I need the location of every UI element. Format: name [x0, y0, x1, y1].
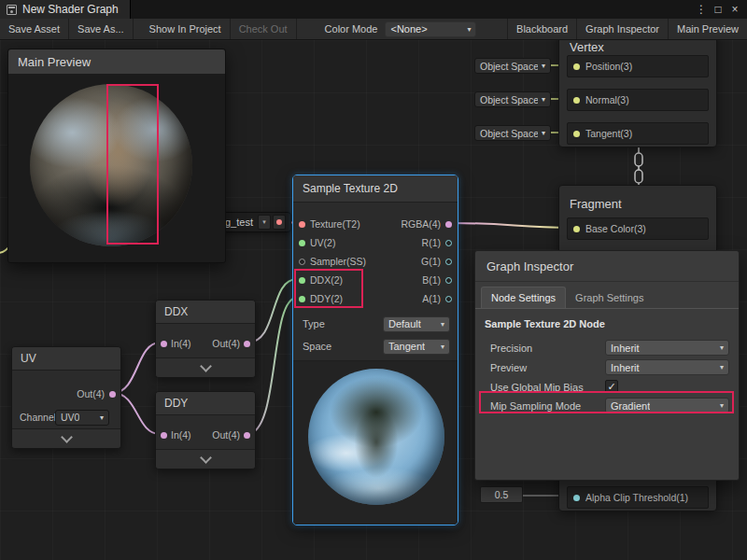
position-space-dropdown[interactable]: Object Space ▾ [474, 58, 551, 74]
color-mode-dropdown[interactable]: <None> ▾ [385, 21, 476, 37]
inspector-node-heading: Sample Texture 2D Node [485, 318, 605, 329]
type-dropdown[interactable]: Default ▾ [383, 316, 450, 332]
node-preview-sphere[interactable] [308, 369, 444, 505]
shader-graph-icon [7, 5, 17, 15]
shader-graph-window: Vertex Position(3) Normal(3) Tangent(3) … [0, 0, 747, 560]
alpha-clip-port-dot[interactable] [573, 495, 580, 501]
ddy-collapse-button[interactable] [156, 449, 255, 469]
r-port-dot[interactable] [445, 240, 452, 246]
blackboard-toggle[interactable]: Blackboard [507, 19, 576, 39]
graph-inspector-toggle[interactable]: Graph Inspector [576, 19, 668, 39]
sample-texture-preview-area [293, 360, 458, 525]
chevron-down-icon: ▾ [542, 62, 545, 70]
graph-inspector-panel[interactable]: Graph Inspector Node Settings Graph Sett… [474, 250, 740, 481]
input-row-texture[interactable]: Texture(T2) [299, 215, 360, 233]
uv-collapse-button[interactable] [12, 428, 120, 448]
chevron-down-icon: ▾ [467, 25, 471, 34]
vertex-port-position[interactable]: Position(3) [567, 55, 709, 77]
ddy-node[interactable]: DDY In(4) Out(4) [155, 391, 256, 469]
ddx-in-port[interactable] [161, 341, 167, 347]
ddx-collapse-button[interactable] [156, 357, 255, 377]
space-dropdown[interactable]: Tangent ▾ [383, 339, 450, 355]
main-preview-sphere[interactable] [30, 84, 192, 246]
graph-inspector-header[interactable]: Graph Inspector [475, 251, 739, 282]
show-in-project-button[interactable]: Show In Project [141, 19, 231, 39]
precision-dropdown[interactable]: Inherit ▾ [605, 340, 729, 356]
property-dropdown[interactable]: ▾ [258, 215, 271, 230]
input-row-sampler[interactable]: Sampler(SS) [299, 252, 366, 271]
ddx-port-dot[interactable] [299, 277, 305, 284]
main-preview-title: Main Preview [18, 55, 91, 69]
chevron-down-icon: ▾ [720, 363, 724, 371]
tangent-space-dropdown[interactable]: Object Space ▾ [474, 125, 551, 141]
channel-label: Channel [20, 412, 55, 423]
ddy-out-port[interactable] [244, 432, 250, 439]
chevron-down-icon: ▾ [100, 413, 104, 422]
ddy-port-dot[interactable] [299, 296, 305, 302]
uv-node[interactable]: UV Out(4) Channel UV0 ▾ [11, 346, 121, 449]
b-port-dot[interactable] [445, 277, 452, 284]
output-row-g[interactable]: G(1) [421, 252, 452, 271]
mip-mode-label: Mip Sampling Mode [490, 400, 581, 412]
main-preview-panel[interactable]: Main Preview [7, 49, 226, 263]
tangent-port-dot[interactable] [573, 131, 580, 137]
output-row-r[interactable]: R(1) [422, 233, 452, 252]
preview-dropdown[interactable]: Inherit ▾ [605, 359, 729, 375]
vertex-port-normal[interactable]: Normal(3) [567, 89, 709, 111]
main-preview-toggle[interactable]: Main Preview [668, 19, 747, 39]
base-color-port-dot[interactable] [573, 226, 580, 232]
check-out-button: Check Out [231, 19, 297, 39]
uv-channel-dropdown[interactable]: UV0 ▾ [55, 410, 109, 426]
normal-space-dropdown[interactable]: Object Space ▾ [474, 91, 551, 107]
use-global-mip-bias-checkbox[interactable]: ✓ [605, 380, 618, 393]
a-port-dot[interactable] [445, 296, 452, 302]
sampler-port-dot[interactable] [299, 259, 305, 265]
window-title: New Shader Graph [22, 3, 119, 16]
rgba-port-dot[interactable] [445, 221, 452, 228]
property-port-dot [276, 219, 282, 225]
output-row-a[interactable]: A(1) [422, 289, 452, 308]
fragment-port-alpha-clip[interactable]: Alpha Clip Threshold(1) [567, 486, 709, 509]
chevron-down-icon: ▾ [441, 343, 444, 351]
mip-bias-row: Use Global Mip Bias ✓ [490, 378, 727, 396]
g-port-dot[interactable] [445, 259, 452, 265]
chevron-down-icon: ▾ [542, 95, 545, 104]
check-icon: ✓ [607, 382, 615, 392]
output-row-b[interactable]: B(1) [422, 271, 452, 289]
mip-sampling-mode-dropdown[interactable]: Gradient ▾ [605, 398, 729, 413]
vertex-node-title: Vertex [570, 40, 604, 54]
close-icon[interactable]: × [726, 0, 743, 19]
input-row-ddx[interactable]: DDX(2) [299, 271, 343, 289]
uv-port-dot[interactable] [299, 240, 305, 246]
property-output-port[interactable] [273, 215, 286, 230]
uv-out-port[interactable] [109, 391, 116, 398]
tab-node-settings[interactable]: Node Settings [481, 287, 566, 308]
main-preview-header[interactable]: Main Preview [8, 49, 225, 75]
position-port-dot[interactable] [573, 63, 580, 70]
mip-bias-label: Use Global Mip Bias [490, 382, 584, 393]
normal-port-dot[interactable] [573, 97, 580, 104]
tab-graph-settings[interactable]: Graph Settings [566, 287, 653, 308]
menu-icon[interactable]: ⋮ [693, 0, 710, 19]
collapse-chevron-icon [200, 452, 212, 464]
fragment-port-base-color[interactable]: Base Color(3) [567, 217, 709, 240]
save-as-button[interactable]: Save As... [69, 19, 134, 39]
sample-texture-2d-node[interactable]: Sample Texture 2D Texture(T2) UV(2) Samp… [292, 175, 458, 525]
texture-port-dot[interactable] [299, 221, 305, 228]
save-asset-button[interactable]: Save Asset [0, 19, 69, 39]
input-row-uv[interactable]: UV(2) [299, 233, 335, 252]
ddx-node[interactable]: DDX In(4) Out(4) [155, 300, 256, 378]
ddx-node-title: DDX [156, 301, 255, 324]
maximize-icon[interactable]: □ [710, 0, 726, 19]
mip-mode-row: Mip Sampling Mode Gradient ▾ [490, 397, 727, 414]
alpha-clip-value-field[interactable]: 0.5 [480, 486, 523, 503]
input-row-ddy[interactable]: DDY(2) [299, 289, 343, 308]
vertex-node[interactable]: Vertex Position(3) Normal(3) Tangent(3) [558, 28, 717, 147]
window-titlebar[interactable]: New Shader Graph ⋮ □ × [0, 0, 747, 20]
document-tab[interactable]: New Shader Graph [0, 0, 131, 19]
property-label: g_test [225, 217, 253, 228]
ddy-in-port[interactable] [161, 432, 167, 439]
output-row-rgba[interactable]: RGBA(4) [401, 215, 452, 233]
vertex-port-tangent[interactable]: Tangent(3) [567, 122, 709, 145]
ddx-out-port[interactable] [244, 341, 250, 347]
